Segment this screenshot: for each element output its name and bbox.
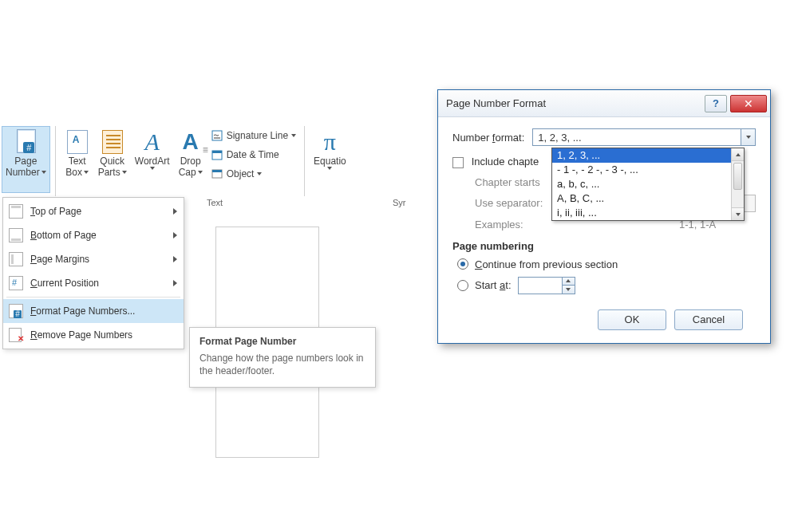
spinner-down[interactable] <box>563 286 575 294</box>
svg-rect-4 <box>212 170 222 172</box>
wordart-icon: A <box>145 130 160 154</box>
ribbon-separator <box>55 126 56 196</box>
dialog-close-button[interactable]: ✕ <box>730 95 767 112</box>
drop-cap-icon: A <box>183 130 199 154</box>
number-format-option[interactable]: - 1 -, - 2 -, - 3 -, ... <box>552 163 744 177</box>
chevron-down-icon <box>41 171 46 174</box>
object-icon <box>211 167 223 180</box>
page-number-menu: Top of Page Bottom of Page Page Margins … <box>2 197 184 349</box>
menu-bottom-of-page[interactable]: Bottom of Page <box>3 223 184 247</box>
scroll-up-button[interactable] <box>732 148 744 161</box>
start-at-spinner[interactable] <box>518 277 575 294</box>
number-format-dropdown-list[interactable]: 1, 2, 3, ... - 1 -, - 2 -, - 3 -, ... a,… <box>551 148 745 221</box>
dialog-help-button[interactable]: ? <box>705 95 727 112</box>
tooltip-title: Format Page Number <box>200 336 365 347</box>
scrollbar-thumb[interactable] <box>733 163 742 190</box>
menu-top-label: op of Page <box>35 206 81 217</box>
drop-cap-button[interactable]: A Drop Cap <box>174 126 207 193</box>
signature-line-button[interactable]: Signature Line <box>207 128 299 144</box>
menu-format-page-numbers[interactable]: Format Page Numbers... <box>3 299 184 323</box>
equation-button[interactable]: π Equatio <box>310 126 350 193</box>
quick-parts-label2: Parts <box>98 167 120 178</box>
start-at-radio-row[interactable]: Start at: <box>457 277 756 294</box>
number-format-label: Number format: <box>452 132 524 144</box>
date-time-label: Date & Time <box>227 149 279 160</box>
chevron-down-icon <box>150 167 155 170</box>
ok-button[interactable]: OK <box>598 309 666 330</box>
tooltip-body: Change how the page numbers look in the … <box>200 352 365 377</box>
remove-page-numbers-icon <box>9 328 23 342</box>
ribbon-separator <box>304 126 305 196</box>
submenu-arrow-icon <box>173 280 177 286</box>
continue-from-previous-radio-row[interactable]: Continue from previous section <box>457 258 756 270</box>
scroll-down-button[interactable] <box>732 207 744 220</box>
menu-bottom-label: ottom of Page <box>37 230 97 241</box>
number-format-option[interactable]: 1, 2, 3, ... <box>552 148 744 163</box>
chevron-down-icon <box>198 171 203 174</box>
chevron-down-icon <box>327 167 332 170</box>
chevron-down-icon <box>736 213 741 216</box>
page-number-label2: Number <box>6 167 40 178</box>
ribbon: Page Number Text Box Quick Parts A WordA… <box>0 126 352 196</box>
dialog-body: Number format: 1, 2, 3, ... Include chap… <box>438 117 770 343</box>
top-of-page-icon <box>9 204 23 219</box>
drop-cap-label1: Drop <box>180 156 201 167</box>
dialog-titlebar[interactable]: Page Number Format ? ✕ <box>438 90 770 117</box>
ribbon-group-label-text: Text <box>187 198 243 207</box>
start-at-input[interactable] <box>519 278 562 294</box>
menu-separator <box>6 297 180 298</box>
number-format-option[interactable]: a, b, c, ... <box>552 177 744 191</box>
submenu-arrow-icon <box>173 232 177 238</box>
object-button[interactable]: Object <box>207 166 299 182</box>
close-icon: ✕ <box>744 97 753 110</box>
menu-top-of-page[interactable]: Top of Page <box>3 199 184 223</box>
ribbon-text-small-commands: Signature Line Date & Time Object <box>207 126 299 182</box>
equation-icon: π <box>324 128 336 156</box>
menu-margins-label: age Margins <box>37 254 89 265</box>
menu-current-label: urrent Position <box>38 278 99 289</box>
date-time-icon <box>211 148 223 161</box>
svg-rect-2 <box>212 151 222 153</box>
use-separator-label: Use separator: <box>475 197 543 209</box>
drop-cap-label2: Cap <box>179 167 196 178</box>
menu-current-position[interactable]: Current Position <box>3 271 184 295</box>
ribbon-group-header-footer: Page Number <box>0 126 52 193</box>
cancel-button[interactable]: Cancel <box>674 309 743 330</box>
page-number-label1: Page <box>14 156 37 167</box>
signature-line-label: Signature Line <box>227 130 288 141</box>
quick-parts-icon <box>102 130 123 154</box>
continue-radio[interactable] <box>457 258 468 270</box>
page-numbering-group-title: Page numbering <box>452 240 756 252</box>
chevron-down-icon <box>84 171 89 174</box>
chevron-up-icon <box>736 153 741 156</box>
text-box-button[interactable]: Text Box <box>61 126 94 193</box>
bottom-of-page-icon <box>9 228 23 242</box>
menu-remove-page-numbers[interactable]: Remove Page Numbers <box>3 323 184 347</box>
wordart-label: WordArt <box>135 156 170 167</box>
text-box-label1: Text <box>69 156 86 167</box>
wordart-button[interactable]: A WordArt <box>131 126 174 193</box>
number-format-option[interactable]: i, ii, iii, ... <box>552 206 744 220</box>
quick-parts-button[interactable]: Quick Parts <box>94 126 131 193</box>
dropdown-scrollbar[interactable] <box>731 148 744 220</box>
chapter-starts-label: Chapter starts <box>475 176 540 188</box>
date-time-button[interactable]: Date & Time <box>207 147 299 163</box>
submenu-arrow-icon <box>173 208 177 215</box>
menu-page-margins[interactable]: Page Margins <box>3 247 184 271</box>
examples-label: Examples: <box>475 219 523 231</box>
number-format-value: 1, 2, 3, ... <box>538 132 581 144</box>
combobox-dropdown-button[interactable] <box>741 129 755 145</box>
number-format-combobox[interactable]: 1, 2, 3, ... <box>532 128 756 146</box>
continue-label-tail: ontinue from previous section <box>482 258 618 270</box>
equation-label: Equatio <box>314 156 346 167</box>
ribbon-group-symbols: π Equatio <box>308 126 352 193</box>
ribbon-group-label-symbols-partial: Syr <box>393 198 406 207</box>
start-at-radio[interactable] <box>457 280 468 291</box>
spinner-up[interactable] <box>563 278 575 286</box>
include-chapter-checkbox[interactable] <box>452 157 464 168</box>
page-number-button[interactable]: Page Number <box>2 126 50 193</box>
chevron-up-icon <box>566 279 571 282</box>
dialog-title: Page Number Format <box>446 97 701 109</box>
chevron-down-icon <box>122 171 127 174</box>
number-format-option[interactable]: A, B, C, ... <box>552 191 744 206</box>
